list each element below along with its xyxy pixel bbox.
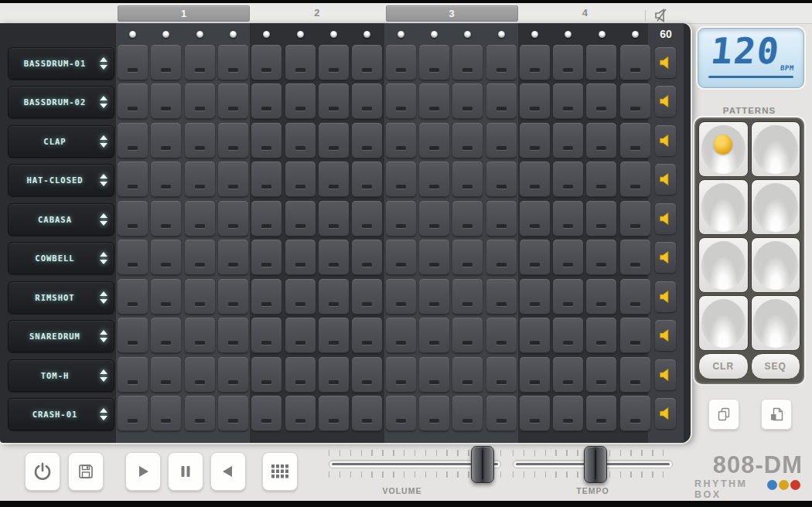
step-cell[interactable] xyxy=(386,45,416,80)
step-cell[interactable] xyxy=(118,162,148,197)
step-cell[interactable] xyxy=(553,318,583,353)
step-cell[interactable] xyxy=(419,83,449,119)
step-cell[interactable] xyxy=(118,279,148,315)
step-cell[interactable] xyxy=(352,279,382,315)
page-indicator-2[interactable]: 2 xyxy=(250,3,384,23)
step-cell[interactable] xyxy=(319,240,349,275)
step-cell[interactable] xyxy=(151,318,181,353)
step-cell[interactable] xyxy=(620,201,650,236)
seq-button[interactable]: SEQ xyxy=(751,353,801,379)
step-cell[interactable] xyxy=(620,162,650,197)
step-cell[interactable] xyxy=(452,318,483,353)
step-cell[interactable] xyxy=(486,318,517,353)
step-cell[interactable] xyxy=(486,201,517,236)
step-cell[interactable] xyxy=(386,279,416,315)
pattern-pad-5[interactable] xyxy=(698,237,749,293)
step-cell[interactable] xyxy=(586,45,616,80)
pattern-pad-2[interactable] xyxy=(751,121,801,177)
step-cell[interactable] xyxy=(553,201,583,236)
step-cell[interactable] xyxy=(586,123,616,158)
step-cell[interactable] xyxy=(352,240,382,275)
step-cell[interactable] xyxy=(620,83,650,119)
step-cell[interactable] xyxy=(586,83,616,119)
step-cell[interactable] xyxy=(620,279,650,315)
step-cell[interactable] xyxy=(151,45,181,80)
step-cell[interactable] xyxy=(118,318,148,353)
step-cell[interactable] xyxy=(185,357,215,393)
step-cell[interactable] xyxy=(520,83,550,119)
step-cell[interactable] xyxy=(386,318,416,353)
step-cell[interactable] xyxy=(486,357,517,393)
step-cell[interactable] xyxy=(118,240,148,275)
step-cell[interactable] xyxy=(352,123,382,158)
step-cell[interactable] xyxy=(419,318,449,353)
step-cell[interactable] xyxy=(386,83,416,119)
power-button[interactable] xyxy=(25,452,60,491)
play-button[interactable] xyxy=(125,452,161,491)
step-cell[interactable] xyxy=(520,123,550,158)
row-mute-button[interactable] xyxy=(655,398,676,429)
step-cell[interactable] xyxy=(251,357,281,393)
step-cell[interactable] xyxy=(486,279,517,315)
step-cell[interactable] xyxy=(520,201,550,236)
step-cell[interactable] xyxy=(386,162,416,197)
step-cell[interactable] xyxy=(620,357,650,393)
instrument-selector[interactable]: COWBELL xyxy=(8,242,114,274)
step-cell[interactable] xyxy=(620,240,650,275)
step-cell[interactable] xyxy=(285,83,316,119)
pause-button[interactable] xyxy=(168,452,203,491)
step-cell[interactable] xyxy=(251,240,281,275)
step-cell[interactable] xyxy=(218,201,248,236)
step-cell[interactable] xyxy=(185,240,215,275)
row-mute-button[interactable] xyxy=(655,320,676,351)
step-cell[interactable] xyxy=(151,162,181,197)
step-cell[interactable] xyxy=(151,279,181,315)
instrument-selector[interactable]: CLAP xyxy=(8,125,114,158)
volume-handle[interactable] xyxy=(471,446,494,483)
grid-view-button[interactable] xyxy=(262,452,298,491)
step-cell[interactable] xyxy=(319,396,349,431)
row-mute-button[interactable] xyxy=(655,359,676,390)
pattern-pad-1[interactable] xyxy=(698,121,749,177)
step-cell[interactable] xyxy=(553,45,583,80)
step-cell[interactable] xyxy=(118,396,148,431)
step-cell[interactable] xyxy=(185,123,215,158)
step-cell[interactable] xyxy=(452,357,483,393)
step-cell[interactable] xyxy=(586,396,616,431)
step-cell[interactable] xyxy=(118,357,148,393)
rewind-button[interactable] xyxy=(210,452,246,491)
step-cell[interactable] xyxy=(419,162,449,197)
step-cell[interactable] xyxy=(352,396,382,431)
step-cell[interactable] xyxy=(285,240,316,275)
step-cell[interactable] xyxy=(251,318,281,353)
step-cell[interactable] xyxy=(151,396,181,431)
step-cell[interactable] xyxy=(319,201,349,236)
row-mute-button[interactable] xyxy=(655,164,676,195)
instrument-selector[interactable]: CRASH-01 xyxy=(8,398,114,430)
step-cell[interactable] xyxy=(419,201,449,236)
step-cell[interactable] xyxy=(185,279,215,315)
step-cell[interactable] xyxy=(251,45,281,80)
copy-button[interactable] xyxy=(708,399,739,430)
step-cell[interactable] xyxy=(486,396,517,431)
step-cell[interactable] xyxy=(452,279,483,315)
step-cell[interactable] xyxy=(251,123,281,158)
step-cell[interactable] xyxy=(620,396,650,431)
step-cell[interactable] xyxy=(452,83,483,119)
step-cell[interactable] xyxy=(386,123,416,158)
step-cell[interactable] xyxy=(586,279,616,315)
step-cell[interactable] xyxy=(118,45,148,80)
step-cell[interactable] xyxy=(452,123,483,158)
step-cell[interactable] xyxy=(520,162,550,197)
step-cell[interactable] xyxy=(285,123,316,158)
step-cell[interactable] xyxy=(352,162,382,197)
step-cell[interactable] xyxy=(352,45,382,80)
pattern-pad-7[interactable] xyxy=(698,295,749,351)
mute-all-icon[interactable] xyxy=(653,8,670,23)
step-cell[interactable] xyxy=(118,83,148,119)
row-mute-button[interactable] xyxy=(655,86,676,117)
step-cell[interactable] xyxy=(419,123,449,158)
step-cell[interactable] xyxy=(620,123,650,158)
step-cell[interactable] xyxy=(486,45,517,80)
instrument-selector[interactable]: TOM-H xyxy=(8,359,114,392)
